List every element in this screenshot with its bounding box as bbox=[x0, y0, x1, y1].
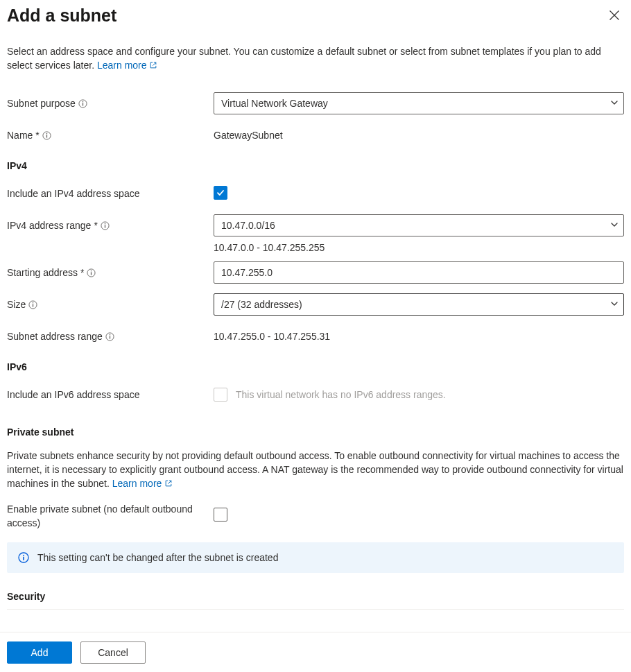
size-label: Size bbox=[7, 298, 26, 311]
info-icon[interactable] bbox=[105, 332, 114, 341]
info-message-text: This setting can't be changed after the … bbox=[37, 551, 278, 565]
svg-rect-11 bbox=[91, 270, 92, 271]
learn-more-link[interactable]: Learn more bbox=[112, 478, 173, 489]
add-button[interactable]: Add bbox=[7, 641, 72, 664]
include-ipv6-checkbox bbox=[214, 388, 227, 402]
starting-address-input[interactable] bbox=[214, 261, 624, 284]
svg-rect-14 bbox=[33, 302, 33, 303]
include-ipv4-label: Include an IPv4 address space bbox=[7, 187, 139, 200]
learn-more-link[interactable]: Learn more bbox=[97, 60, 157, 71]
external-link-icon bbox=[164, 477, 173, 491]
svg-rect-4 bbox=[46, 135, 47, 137]
divider bbox=[7, 609, 624, 610]
footer: Add Cancel bbox=[0, 632, 631, 672]
ipv6-heading: IPv6 bbox=[7, 360, 624, 374]
info-message: This setting can't be changed after the … bbox=[7, 542, 624, 573]
size-select[interactable]: /27 (32 addresses) bbox=[214, 293, 624, 316]
private-subnet-heading: Private subnet bbox=[7, 425, 624, 439]
security-heading: Security bbox=[7, 589, 624, 603]
enable-private-subnet-checkbox[interactable] bbox=[214, 508, 227, 522]
ipv6-disabled-text: This virtual network has no IPv6 address… bbox=[236, 388, 446, 402]
svg-rect-10 bbox=[91, 272, 92, 275]
intro-text: Select an address space and configure yo… bbox=[7, 44, 624, 73]
ipv4-range-label: IPv4 address range bbox=[7, 218, 91, 232]
info-icon[interactable] bbox=[28, 300, 37, 309]
external-link-icon bbox=[149, 59, 157, 73]
subnet-range-value: 10.47.255.0 - 10.47.255.31 bbox=[214, 329, 624, 343]
svg-rect-16 bbox=[110, 336, 110, 338]
subnet-purpose-select[interactable]: Virtual Network Gateway bbox=[214, 92, 624, 114]
info-icon[interactable] bbox=[78, 99, 87, 108]
subnet-range-label: Subnet address range bbox=[7, 329, 103, 343]
close-button[interactable] bbox=[605, 6, 624, 25]
include-ipv4-checkbox[interactable] bbox=[214, 186, 227, 200]
svg-rect-1 bbox=[83, 103, 83, 105]
info-icon bbox=[18, 552, 29, 563]
name-value: GatewaySubnet bbox=[214, 128, 624, 142]
name-label: Name bbox=[7, 128, 33, 142]
enable-private-subnet-label: Enable private subnet (no default outbou… bbox=[7, 502, 208, 530]
starting-address-label: Starting address bbox=[7, 266, 78, 279]
ipv4-range-expanded: 10.47.0.0 - 10.47.255.255 bbox=[214, 241, 624, 255]
svg-rect-17 bbox=[110, 334, 110, 335]
svg-rect-2 bbox=[83, 101, 83, 102]
include-ipv6-label: Include an IPv6 address space bbox=[7, 388, 139, 402]
info-icon[interactable] bbox=[101, 221, 110, 230]
info-icon[interactable] bbox=[42, 131, 51, 140]
svg-rect-7 bbox=[105, 225, 105, 227]
cancel-button[interactable]: Cancel bbox=[80, 641, 146, 664]
private-subnet-desc: Private subnets enhance security by not … bbox=[7, 449, 624, 491]
page-title: Add a subnet bbox=[7, 8, 116, 22]
svg-rect-13 bbox=[33, 304, 33, 307]
ipv4-heading: IPv4 bbox=[7, 159, 624, 173]
close-icon bbox=[609, 10, 620, 21]
subnet-purpose-label: Subnet purpose bbox=[7, 96, 76, 110]
svg-rect-20 bbox=[23, 555, 24, 556]
svg-rect-19 bbox=[23, 557, 24, 560]
ipv4-range-select[interactable]: 10.47.0.0/16 bbox=[214, 214, 624, 236]
svg-rect-5 bbox=[46, 133, 47, 134]
info-icon[interactable] bbox=[87, 268, 96, 277]
svg-rect-8 bbox=[105, 223, 105, 224]
